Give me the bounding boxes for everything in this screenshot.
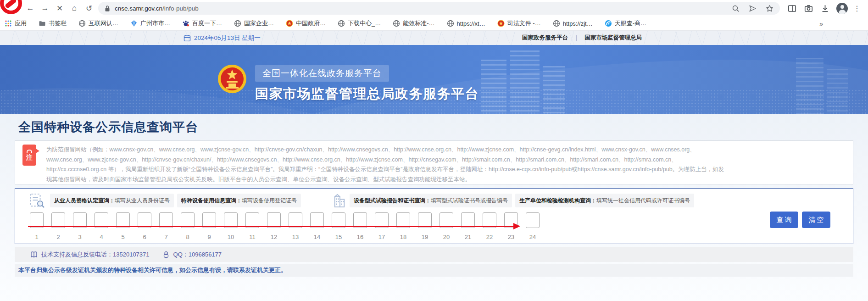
banner-badge: 全国一体化在线政务服务平台 (255, 65, 389, 82)
notice-tag-char: 注 (26, 154, 33, 161)
code-box-number: 3 (73, 234, 87, 240)
code-input-box[interactable] (483, 212, 496, 228)
sidebar-icon[interactable] (788, 4, 796, 13)
calendar-icon (184, 34, 191, 42)
code-input-box[interactable] (245, 212, 259, 228)
page-content: 全国特种设备公示信息查询平台 注 为防范假冒网站（例如：www.cnsx-gov… (0, 114, 868, 301)
code-box-number: 1 (30, 234, 44, 240)
code-input-box[interactable] (202, 212, 216, 228)
globe-icon (234, 20, 241, 27)
query-type-hint: 填写型式试验证书号或报告编号 (431, 197, 508, 204)
code-input-box[interactable] (73, 212, 87, 228)
code-input-box[interactable] (138, 212, 151, 228)
query-type-personnel[interactable]: 从业人员资格认定查询：填写从业人员身份证号 (50, 194, 174, 207)
send-icon[interactable] (749, 5, 757, 12)
download-icon[interactable] (821, 4, 829, 13)
code-input-box[interactable] (116, 212, 130, 228)
disclaimer-text: 本平台归集公示各级发证机关颁发的特种设备相关许可信息，如公示信息有误，请联系发证… (18, 266, 287, 274)
code-input-box[interactable] (504, 212, 518, 228)
code-input-box[interactable] (526, 212, 540, 228)
code-input-box[interactable] (375, 212, 389, 228)
code-box-number: 9 (202, 234, 216, 240)
bookmarks-folder[interactable]: 书签栏 (39, 19, 67, 28)
support-footer: 技术支持及信息反馈电话：13520107371 QQ：1096856177 (15, 247, 853, 262)
code-box-number: 17 (375, 234, 389, 240)
back-icon[interactable]: ← (23, 4, 38, 13)
national-emblem-icon (217, 64, 247, 94)
code-input-box[interactable] (267, 212, 281, 228)
code-input-box[interactable] (461, 212, 475, 228)
reload-icon[interactable]: ↺ (82, 4, 96, 13)
notice-tag-arc (27, 150, 32, 153)
code-input-box[interactable] (396, 212, 410, 228)
forward-icon[interactable]: → (38, 4, 52, 13)
code-input-box[interactable] (353, 212, 367, 228)
url-bar[interactable]: cnse.samr.gov.cn/info-pub/pub (98, 2, 780, 15)
bookmark-item[interactable]: 能效标准-… (393, 19, 434, 28)
search-icon[interactable] (732, 5, 740, 12)
link-samr[interactable]: 国家市场监督管理总局 (584, 34, 642, 42)
bookmark-label: 百度一下… (192, 19, 222, 28)
bookmark-item[interactable]: 天眼查-商… (605, 19, 646, 28)
bookmark-item[interactable]: 国家企业… (234, 19, 274, 28)
screenshot-camera-icon[interactable] (804, 4, 813, 13)
bookmark-item[interactable]: 下载中心_… (338, 19, 381, 28)
link-national-gov-service[interactable]: 国家政务服务平台 (522, 34, 568, 42)
code-input-box[interactable] (440, 212, 453, 228)
date-text: 2024年05月13日 星期一 (194, 34, 261, 42)
bookmark-item[interactable]: https://zjt… (553, 20, 593, 27)
code-input-box[interactable] (181, 212, 195, 228)
code-input-box[interactable] (224, 212, 238, 228)
code-input-box[interactable] (289, 212, 302, 228)
code-box-number: 23 (504, 234, 518, 240)
clear-button[interactable]: 清空 (802, 212, 830, 228)
top-links: 国家政务服务平台 ｜ 国家市场监督管理总局 (522, 31, 642, 45)
bookmark-label: 能效标准-… (403, 19, 434, 28)
home-icon[interactable]: ⌂ (67, 4, 82, 13)
search-button[interactable]: 查询 (770, 212, 798, 228)
code-box-number: 21 (461, 234, 475, 240)
code-input-box[interactable] (159, 212, 173, 228)
query-type-producer-inspection[interactable]: 生产单位和检验检测机构查询：填写统一社会信用代码或许可证书编号 (515, 194, 694, 207)
bookmark-label: https://xt… (457, 20, 485, 27)
query-type-hint: 填写设备使用登记证号 (242, 197, 297, 204)
code-box-number: 6 (138, 234, 151, 240)
stop-icon[interactable]: ✕ (52, 4, 67, 13)
code-input-box[interactable] (418, 212, 432, 228)
site-banner: 全国一体化在线政务服务平台 国家市场监督管理总局政务服务平台 (0, 45, 868, 114)
bookmark-item[interactable]: 百度一下… (182, 19, 222, 28)
query-type-hint: 填写从业人员身份证号 (115, 197, 170, 204)
code-input-box[interactable] (310, 212, 324, 228)
baidu-paw-icon (182, 20, 189, 27)
query-type-label: 特种设备使用信息查询： (181, 197, 242, 204)
bookmark-label: 广州市市… (140, 19, 170, 28)
bookmark-label: 下载中心_… (348, 19, 381, 28)
qq-text: QQ：1096856177 (173, 251, 222, 259)
bookmarks-overflow-icon[interactable]: » (819, 17, 823, 31)
code-box-number: 18 (396, 234, 410, 240)
bookmark-item[interactable]: 广州市市… (130, 19, 170, 28)
date-display: 2024年05月13日 星期一 (184, 31, 261, 45)
query-type-equipment-usage[interactable]: 特种设备使用信息查询：填写设备使用登记证号 (177, 194, 301, 207)
bookmark-item[interactable]: https://xt… (447, 20, 485, 27)
code-box-number: 22 (483, 234, 496, 240)
bookmark-item[interactable]: 互联网认… (78, 19, 118, 28)
query-type-test-report[interactable]: 设备型式试验报告和证书查询：填写型式试验证书号或报告编号 (350, 194, 512, 207)
bookmark-star-icon[interactable] (766, 5, 773, 12)
code-input-box[interactable] (95, 212, 108, 228)
code-input-box[interactable] (332, 212, 345, 228)
code-input-box[interactable] (51, 212, 65, 228)
code-box-number: 4 (95, 234, 108, 240)
profile-avatar[interactable] (836, 3, 848, 14)
apps-shortcut[interactable]: 应用 (5, 19, 27, 28)
document-magnifier-icon (28, 193, 45, 208)
bookmark-label: 应用 (15, 19, 27, 28)
building-icon (333, 193, 346, 208)
bookmark-item[interactable]: 中国政府… (286, 19, 326, 28)
query-type-label: 生产单位和检验检测机构查询： (519, 197, 596, 204)
bookmark-item[interactable]: 司法文件 -… (497, 19, 541, 28)
gem-icon (130, 20, 138, 27)
code-input-box[interactable] (30, 212, 44, 228)
menu-kebab-icon[interactable]: ⋮ (853, 4, 861, 13)
disclaimer-bar: 本平台归集公示各级发证机关颁发的特种设备相关许可信息，如公示信息有误，请联系发证… (15, 264, 853, 277)
